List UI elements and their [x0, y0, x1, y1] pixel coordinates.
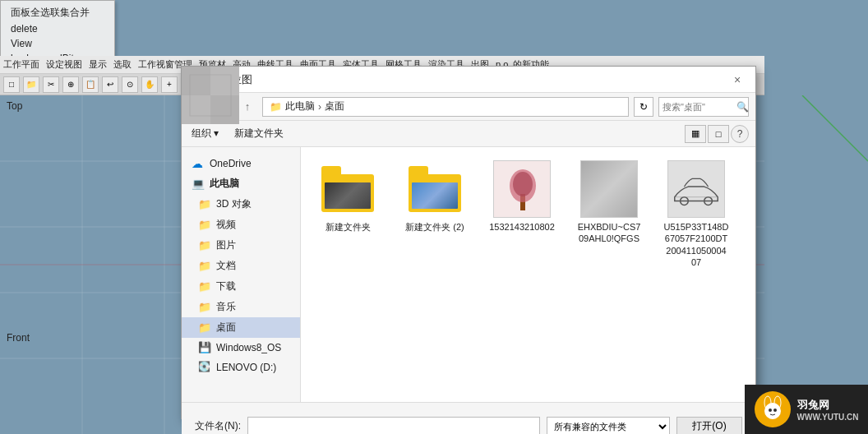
folder-document-icon: 📁	[198, 260, 211, 273]
dialog-content: ☁ OneDrive 💻 此电脑 📁 3D 对象 📁 视频 📁 图片 📁	[182, 147, 755, 402]
folder-desktop-icon: 📁	[198, 321, 211, 335]
filename-input[interactable]	[247, 417, 540, 435]
sidebar-item-download[interactable]: 📁 下载	[182, 276, 300, 297]
watermark-title: 羽兔网	[797, 398, 859, 413]
svg-point-18	[513, 172, 533, 196]
img2-thumb	[580, 160, 638, 218]
file-item-img2[interactable]: EHXBDIU~CS709AHL0!QFGS	[572, 157, 646, 271]
folder-download-icon: 📁	[198, 280, 211, 293]
viewport-label-top: Top	[7, 100, 22, 112]
address-path-bar[interactable]: 📁 此电脑 › 桌面	[262, 97, 629, 117]
toolbar-btn-move[interactable]: ✋	[141, 76, 158, 93]
toolbar-btn-paste[interactable]: 📋	[82, 76, 99, 93]
toolbar-btn-cut[interactable]: ✂	[43, 76, 59, 93]
onedrive-icon: ☁	[192, 157, 205, 170]
menu-display[interactable]: 显示	[89, 58, 107, 71]
img3-preview	[668, 161, 724, 217]
folder2-thumb	[406, 160, 464, 218]
sidebar-item-picture[interactable]: 📁 图片	[182, 235, 300, 256]
file-item-img3[interactable]: U515P33T148D67057F2100DT200411050004 07	[659, 157, 733, 271]
sidebar-label-video: 视频	[216, 218, 236, 232]
sidebar-label-3d: 3D 对象	[216, 197, 252, 211]
toolbar-btn-zoom[interactable]: +	[161, 76, 178, 93]
sidebar-label-desktop: 桌面	[216, 321, 236, 335]
toolbar-btn-undo[interactable]: ↩	[102, 76, 118, 93]
sidebar-label-windows: Windows8_OS	[216, 342, 281, 353]
sidebar-label-download: 下载	[216, 279, 236, 293]
menu-setview[interactable]: 设定视图	[46, 58, 82, 71]
folder-3d-icon: 📁	[198, 198, 211, 211]
toolbar-btn-new[interactable]: □	[3, 76, 20, 93]
menu-select[interactable]: 选取	[113, 58, 132, 71]
files-area: 新建文件夹 新建文件夹 (2)	[301, 147, 755, 402]
nav-up-button[interactable]: ↑	[238, 97, 257, 117]
folder2-body	[409, 174, 461, 212]
path-separator: ›	[318, 101, 321, 113]
svg-point-30	[764, 403, 781, 419]
sidebar-item-3d[interactable]: 📁 3D 对象	[182, 194, 300, 215]
path-part-computer[interactable]: 此电脑	[285, 99, 315, 113]
file-item-folder1[interactable]: 新建文件夹	[311, 157, 385, 271]
file-item-img1[interactable]: 1532143210802	[485, 157, 559, 271]
sidebar-label-picture: 图片	[216, 238, 236, 252]
view-grid-button[interactable]: ▦	[685, 125, 706, 143]
context-item-select-all[interactable]: 面板全选联集合并	[1, 4, 114, 21]
viewport-label-front: Front	[7, 332, 30, 344]
folder1-thumb	[319, 160, 376, 218]
filename-label: 文件名(N):	[195, 419, 241, 433]
drive-lenovo-icon: 💽	[198, 361, 211, 374]
folder1-shape	[321, 166, 374, 212]
address-refresh-button[interactable]: ↻	[634, 97, 653, 117]
toolbar-btn-redo[interactable]: ⊙	[122, 76, 138, 93]
drive-windows-icon: 💾	[198, 341, 211, 354]
path-part-desktop[interactable]: 桌面	[325, 99, 344, 113]
sidebar-label-lenovo: LENOVO (D:)	[216, 362, 276, 373]
sidebar-label-music: 音乐	[216, 300, 236, 314]
sidebar-item-music[interactable]: 📁 音乐	[182, 297, 300, 317]
organize-button[interactable]: 组织 ▾	[188, 125, 222, 142]
sidebar-item-document[interactable]: 📁 文档	[182, 256, 300, 276]
toolbar-btn-copy[interactable]: ⊕	[62, 76, 79, 93]
open-button[interactable]: 打开(O)	[676, 417, 742, 435]
folder1-preview-content	[325, 182, 371, 209]
search-box[interactable]: 🔍	[658, 97, 749, 117]
svg-line-14	[802, 95, 868, 161]
img1-preview	[494, 161, 550, 217]
computer-icon: 💻	[192, 178, 205, 191]
folder1-preview	[325, 182, 371, 209]
sidebar-item-video[interactable]: 📁 视频	[182, 215, 300, 235]
context-item-delete[interactable]: delete	[1, 21, 114, 36]
view-list-button[interactable]: □	[708, 125, 729, 143]
help-button[interactable]: ?	[731, 125, 749, 143]
toolbar-btn-open[interactable]: 📁	[23, 76, 39, 93]
sidebar-item-computer[interactable]: 💻 此电脑	[182, 173, 300, 194]
img2-preview	[581, 161, 637, 217]
context-item-view[interactable]: View	[1, 36, 114, 51]
file-item-folder2[interactable]: 新建文件夹 (2)	[398, 157, 472, 271]
watermark-logo	[755, 391, 791, 427]
img1-name: 1532143210802	[489, 221, 555, 233]
img1-thumb	[493, 160, 551, 218]
dialog-buttons: 打开(O)	[676, 417, 742, 435]
filetype-select[interactable]: 所有兼容的文件类	[547, 417, 670, 435]
dialog-bottom: 文件名(N): 所有兼容的文件类 打开(O)	[182, 402, 755, 434]
sidebar-item-windows[interactable]: 💾 Windows8_OS	[182, 338, 300, 358]
img2-name: EHXBDIU~CS709AHL0!QFGS	[575, 221, 643, 245]
img3-name: U515P33T148D67057F2100DT200411050004 07	[663, 221, 730, 268]
folder1-name: 新建文件夹	[326, 221, 371, 233]
sidebar-item-desktop[interactable]: 📁 桌面	[182, 317, 300, 338]
sidebar-item-lenovo[interactable]: 💽 LENOVO (D:)	[182, 358, 300, 377]
menu-workplane[interactable]: 工作平面	[3, 58, 39, 71]
sidebar-item-onedrive[interactable]: ☁ OneDrive	[182, 154, 300, 173]
folder2-preview-content	[412, 182, 458, 209]
new-folder-button[interactable]: 新建文件夹	[229, 124, 289, 143]
folder2-preview	[412, 182, 458, 209]
search-input[interactable]	[663, 102, 736, 112]
folder1-body	[321, 174, 374, 212]
folder-picture-icon: 📁	[198, 239, 211, 252]
sidebar-label-onedrive: OneDrive	[210, 158, 252, 169]
dialog-close-button[interactable]: ×	[729, 72, 746, 88]
dialog-addressbar: ← → ↑ 📁 此电脑 › 桌面 ↻ 🔍	[182, 93, 755, 121]
svg-rect-23	[668, 161, 724, 217]
svg-point-32	[773, 409, 777, 412]
